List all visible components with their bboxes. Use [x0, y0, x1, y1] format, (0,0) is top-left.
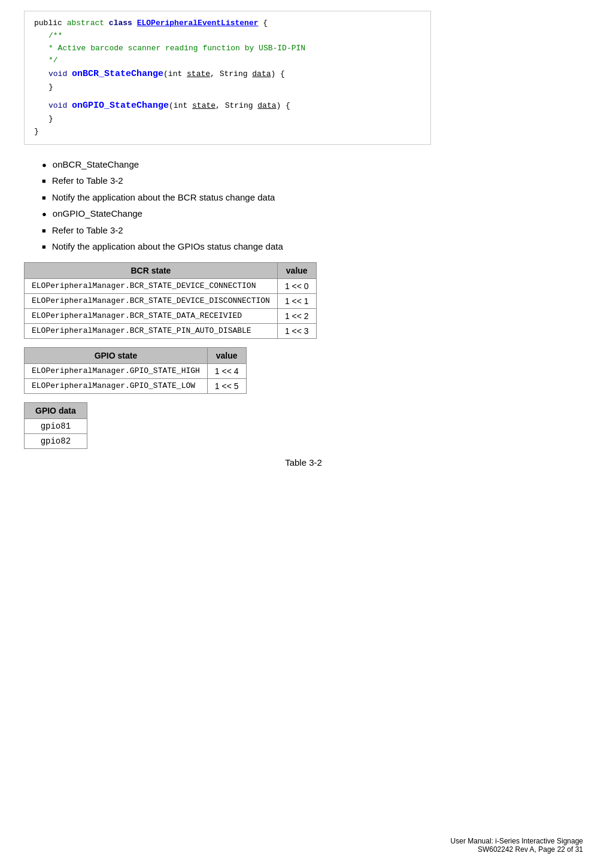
bcr-state-table: BCR state value ELOPeripheralManager.BCR…	[24, 262, 317, 339]
table-row: ELOPeripheralManager.BCR_STATE_PIN_AUTO_…	[25, 323, 317, 338]
list-item: Notify the application about the GPIOs s…	[42, 240, 583, 254]
bcr-state-cell: ELOPeripheralManager.BCR_STATE_DEVICE_CO…	[25, 278, 278, 293]
table-row: ELOPeripheralManager.GPIO_STATE_HIGH1 <<…	[25, 363, 247, 378]
list-item: Notify the application about the BCR sta…	[42, 191, 583, 205]
gpio-state-cell: ELOPeripheralManager.GPIO_STATE_LOW	[25, 378, 208, 393]
gpio-data-cell: gpio81	[25, 418, 87, 433]
table-row: ELOPeripheralManager.BCR_STATE_DEVICE_DI…	[25, 293, 317, 308]
footer-line2: SW602242 Rev A, Page 22 of 31	[451, 845, 583, 854]
gpio-value-cell: 1 << 4	[207, 363, 246, 378]
table-caption: Table 3-2	[24, 457, 583, 468]
gpio-data-cell: gpio82	[25, 433, 87, 448]
list-item: onBCR_StateChange	[42, 158, 583, 172]
bcr-value-cell: 1 << 2	[277, 308, 316, 323]
table-row: ELOPeripheralManager.BCR_STATE_DATA_RECE…	[25, 308, 317, 323]
gpio-state-cell: ELOPeripheralManager.GPIO_STATE_HIGH	[25, 363, 208, 378]
bcr-state-cell: ELOPeripheralManager.BCR_STATE_DATA_RECE…	[25, 308, 278, 323]
bcr-state-cell: ELOPeripheralManager.BCR_STATE_PIN_AUTO_…	[25, 323, 278, 338]
table-row: gpio82	[25, 433, 87, 448]
footer-line1: User Manual: i-Series Interactive Signag…	[451, 837, 583, 845]
gpio-state-header: GPIO state	[25, 347, 208, 363]
list-item: Refer to Table 3-2	[42, 224, 583, 238]
bcr-value-cell: 1 << 0	[277, 278, 316, 293]
bcr-value-cell: 1 << 1	[277, 293, 316, 308]
gpio-value-header: value	[207, 347, 246, 363]
bcr-value-cell: 1 << 3	[277, 323, 316, 338]
page-footer: User Manual: i-Series Interactive Signag…	[451, 837, 583, 854]
gpio-value-cell: 1 << 5	[207, 378, 246, 393]
table-row: gpio81	[25, 418, 87, 433]
bcr-state-cell: ELOPeripheralManager.BCR_STATE_DEVICE_DI…	[25, 293, 278, 308]
gpio-data-table: GPIO data gpio81gpio82	[24, 402, 87, 449]
table-row: ELOPeripheralManager.BCR_STATE_DEVICE_CO…	[25, 278, 317, 293]
list-item: Refer to Table 3-2	[42, 174, 583, 188]
bcr-state-header: BCR state	[25, 262, 278, 278]
table-row: ELOPeripheralManager.GPIO_STATE_LOW1 << …	[25, 378, 247, 393]
gpio-state-table: GPIO state value ELOPeripheralManager.GP…	[24, 347, 247, 394]
bcr-value-header: value	[277, 262, 316, 278]
list-item: onGPIO_StateChange	[42, 207, 583, 221]
code-block: public abstract class ELOPeripheralEvent…	[24, 11, 431, 145]
gpio-data-header: GPIO data	[25, 402, 87, 418]
bullet-list: onBCR_StateChange Refer to Table 3-2 Not…	[42, 158, 583, 254]
